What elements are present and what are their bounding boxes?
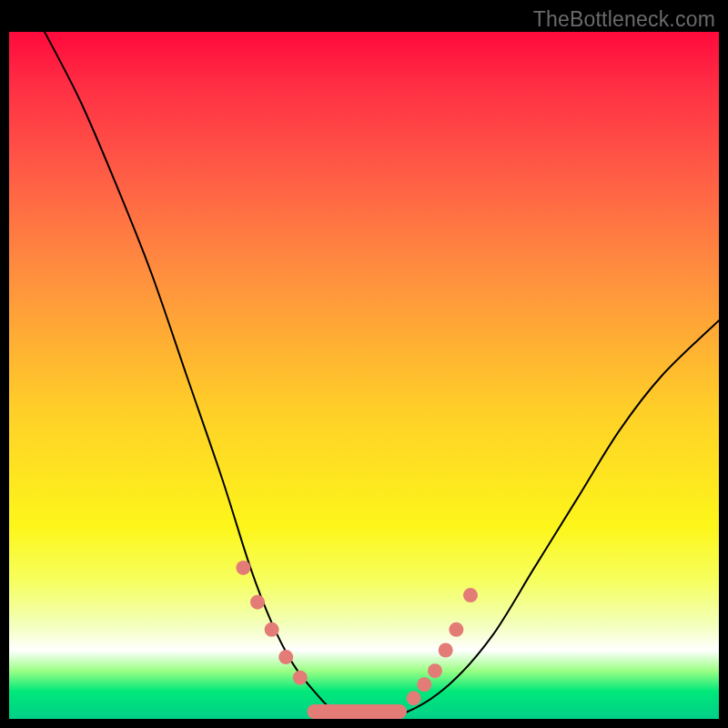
curve-marker [449, 622, 463, 637]
curve-marker [236, 561, 250, 575]
curve-marker [278, 650, 293, 664]
curve-markers [236, 561, 478, 705]
curve-layer [9, 32, 719, 719]
curve-marker [439, 643, 453, 658]
curve-marker [463, 588, 478, 602]
curve-marker [417, 677, 431, 692]
plot-area [9, 32, 719, 719]
curve-marker [250, 595, 265, 610]
curve-marker [407, 691, 421, 705]
chart-frame [9, 32, 719, 719]
curve-marker [293, 671, 308, 685]
curve-marker [265, 622, 279, 637]
bottleneck-curve [45, 32, 719, 719]
curve-marker [428, 663, 442, 678]
watermark-text: TheBottleneck.com [533, 7, 715, 32]
